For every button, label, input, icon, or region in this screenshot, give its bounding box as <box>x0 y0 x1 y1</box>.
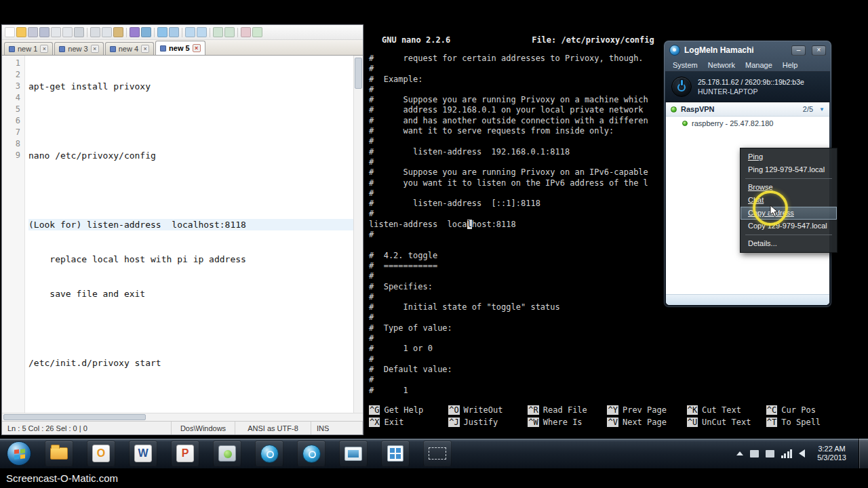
record-macro-icon[interactable] <box>241 27 251 37</box>
sync-scroll-v-icon[interactable] <box>213 27 223 37</box>
save-icon[interactable] <box>28 27 38 37</box>
code-area[interactable]: apt-get install privoxy nano /etc/privox… <box>25 56 363 413</box>
tab-new-1[interactable]: new 1 × <box>4 42 53 55</box>
taskbar-blue-app-button-2[interactable] <box>297 441 326 466</box>
menu-item-browse[interactable]: Browse <box>741 181 837 194</box>
menu-network[interactable]: Network <box>708 61 735 69</box>
shortcut-justify: ^JJustify <box>448 418 528 428</box>
close-all-icon[interactable] <box>62 27 73 37</box>
close-button[interactable]: × <box>812 45 826 56</box>
show-desktop-button[interactable] <box>859 439 868 469</box>
tab-new-3[interactable]: new 3 × <box>54 42 103 55</box>
power-button[interactable] <box>671 77 692 97</box>
cursor-line-before: listen-address loca <box>369 220 467 229</box>
save-all-icon[interactable] <box>39 27 50 37</box>
taskbar-clock[interactable]: 3:22 AM 5/3/2013 <box>817 445 846 462</box>
vertical-scrollbar[interactable] <box>353 56 363 413</box>
menu-item-details[interactable]: Details... <box>741 237 837 250</box>
taskbar-recorder-button[interactable] <box>423 441 452 466</box>
open-folder-icon[interactable] <box>16 27 26 37</box>
print-icon[interactable] <box>74 27 84 37</box>
tray-app-icon[interactable] <box>766 450 774 458</box>
shortcut-uncut-text: ^UUnCut Text <box>687 418 766 428</box>
watermark-text: Screencast-O-Matic.com <box>6 472 118 484</box>
line-number: 7 <box>2 127 20 138</box>
hamachi-titlebar[interactable]: LogMeIn Hamachi – × <box>665 42 830 58</box>
member-status-led-icon <box>682 121 688 126</box>
menu-manage[interactable]: Manage <box>745 61 772 69</box>
taskbar-items: O W P <box>45 441 452 466</box>
network-row-raspvpn[interactable]: RaspVPN 2/5 ▼ <box>666 102 829 117</box>
start-button[interactable] <box>7 441 31 466</box>
toolbar-separator <box>126 28 127 37</box>
status-encoding: ANSI as UTF-8 <box>235 422 311 434</box>
tab-close-icon[interactable]: × <box>141 45 149 53</box>
taskbar-word-button[interactable]: W <box>129 441 157 466</box>
terminal-line: # 1 <box>369 386 850 396</box>
menu-separator <box>745 235 832 235</box>
taskbar-outlook-button[interactable]: O <box>87 441 115 466</box>
menu-item-ping[interactable]: Ping <box>741 150 837 163</box>
taskbar-powerpoint-button[interactable]: P <box>171 441 199 466</box>
paste-icon[interactable] <box>113 27 123 37</box>
terminal-line: # <box>369 354 850 365</box>
undo-icon[interactable] <box>130 27 140 37</box>
tab-new-4[interactable]: new 4 × <box>105 42 154 55</box>
taskbar-blue-app-button-1[interactable] <box>255 441 283 466</box>
code-line <box>28 323 363 334</box>
scrollbar-thumb[interactable] <box>355 58 362 89</box>
zoom-out-icon[interactable] <box>197 27 207 37</box>
windows-taskbar: O W P 3:22 AM 5/3/2013 <box>0 438 868 468</box>
menu-item-ping-local[interactable]: Ping 129-979-547.local <box>741 163 837 176</box>
close-file-icon[interactable] <box>51 27 61 37</box>
tab-close-icon[interactable]: × <box>193 44 201 52</box>
sync-scroll-h-icon[interactable] <box>224 27 235 37</box>
tab-close-icon[interactable]: × <box>91 45 99 53</box>
mouse-cursor <box>770 205 779 218</box>
watermark-bar: Screencast-O-Matic.com <box>0 468 868 488</box>
terminal-line: # 1 or 0 <box>369 344 850 354</box>
taskbar-explorer-button[interactable] <box>45 441 73 466</box>
tray-app-icon[interactable] <box>750 450 759 458</box>
menu-help[interactable]: Help <box>783 61 798 69</box>
tab-label: new 1 <box>18 45 37 53</box>
menu-item-copy-local[interactable]: Copy 129-979-547.local <box>741 220 837 232</box>
redo-icon[interactable] <box>141 27 151 37</box>
network-status-led-icon <box>671 106 677 113</box>
grid-app-icon <box>387 445 403 462</box>
copy-icon[interactable] <box>102 27 112 37</box>
horizontal-scrollbar[interactable] <box>2 413 363 421</box>
zoom-in-icon[interactable] <box>185 27 195 37</box>
notepad-statusbar: Ln : 5 Col : 26 Sel : 0 | 0 Dos\Windows … <box>2 421 363 434</box>
nano-filename: File: /etc/privoxy/config <box>532 35 654 45</box>
play-macro-icon[interactable] <box>252 27 262 37</box>
new-file-icon[interactable] <box>5 27 15 37</box>
cut-icon[interactable] <box>90 27 100 37</box>
powerpoint-icon: P <box>176 445 194 462</box>
chevron-down-icon[interactable]: ▼ <box>819 106 825 113</box>
tab-new-5-active[interactable]: new 5 × <box>155 41 205 55</box>
find-icon[interactable] <box>157 27 167 37</box>
line-number: 1 <box>2 58 20 69</box>
taskbar-grid-app-button[interactable] <box>381 441 410 466</box>
volume-icon[interactable] <box>799 449 805 458</box>
tray-expand-icon[interactable] <box>736 451 743 455</box>
toolbar-separator <box>182 28 182 37</box>
replace-icon[interactable] <box>169 27 179 37</box>
tab-close-icon[interactable]: × <box>40 45 48 53</box>
network-signal-icon[interactable] <box>781 449 793 458</box>
minimize-button[interactable]: – <box>791 45 806 56</box>
network-member-count: 2/5 <box>803 105 813 113</box>
code-line: /etc/init.d/privoxy start <box>28 357 363 369</box>
taskbar-media-button[interactable] <box>339 441 368 466</box>
notepad-tabbar: new 1 × new 3 × new 4 × new 5 × <box>2 40 363 56</box>
menu-system[interactable]: System <box>673 61 698 69</box>
editor-area[interactable]: 1 2 3 4 5 6 7 8 9 apt-get install privox… <box>2 56 363 413</box>
member-name: raspberry - 25.47.82.180 <box>692 119 773 127</box>
taskbar-app-button[interactable] <box>213 441 241 466</box>
line-number: 2 <box>2 69 20 81</box>
hamachi-status-strip <box>666 294 829 305</box>
member-row-raspberry[interactable]: raspberry - 25.47.82.180 <box>666 117 829 129</box>
system-tray: 3:22 AM 5/3/2013 <box>736 439 868 468</box>
scrollbar-thumb[interactable] <box>3 414 146 420</box>
